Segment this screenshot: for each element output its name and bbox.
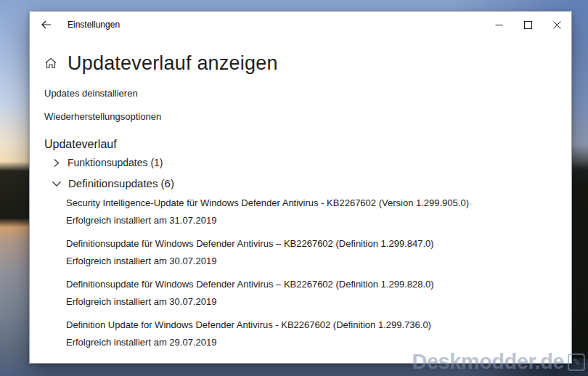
settings-window: Einstellungen [29, 11, 572, 364]
update-entry: Security Intelligence-Update für Windows… [66, 197, 557, 226]
maximize-icon [524, 21, 532, 29]
link-recovery-options[interactable]: Wiederherstellungsoptionen [44, 111, 161, 122]
maximize-button[interactable] [513, 12, 542, 38]
update-history-heading: Updateverlauf [44, 138, 557, 151]
watermark-text: Deskmodder.de [412, 350, 564, 374]
back-button[interactable] [30, 12, 63, 38]
chevron-down-icon [52, 179, 62, 189]
caption-buttons [484, 12, 571, 38]
update-title: Definitionsupdate für Windows Defender A… [66, 279, 557, 290]
group-funktionsupdates[interactable]: Funktionsupdates (1) [44, 157, 163, 168]
link-uninstall-updates[interactable]: Updates deinstallieren [44, 88, 138, 99]
update-status: Erfolgreich installiert am 30.07.2019 [66, 296, 557, 307]
update-list: Security Intelligence-Update für Windows… [44, 197, 557, 348]
close-button[interactable] [542, 12, 571, 38]
group-label: Definitionsupdates (6) [68, 177, 174, 189]
pencil-icon: ✎ [568, 353, 585, 371]
update-entry: Definitionsupdate für Windows Defender A… [66, 238, 557, 266]
close-icon [553, 21, 561, 29]
window-title: Einstellungen [68, 20, 120, 30]
page-title: Updateverlauf anzeigen [68, 52, 278, 75]
update-title: Definitionsupdate für Windows Defender A… [66, 238, 557, 249]
page-content: Updateverlauf anzeigen Updates deinstall… [30, 49, 571, 348]
update-entry: Definition Update for Windows Defender A… [66, 319, 557, 348]
update-status: Erfolgreich installiert am 30.07.2019 [66, 256, 557, 266]
minimize-button[interactable] [484, 12, 513, 38]
update-entry: Definitionsupdate für Windows Defender A… [66, 279, 557, 307]
home-icon [44, 57, 57, 70]
titlebar[interactable]: Einstellungen [30, 12, 571, 38]
group-definitionsupdates[interactable]: Definitionsupdates (6) [44, 177, 174, 189]
back-arrow-icon [41, 19, 52, 30]
minimize-icon [495, 21, 503, 29]
update-title: Security Intelligence-Update für Windows… [66, 197, 557, 208]
chevron-right-icon [52, 158, 61, 168]
page-header: Updateverlauf anzeigen [44, 49, 557, 78]
update-title: Definition Update for Windows Defender A… [66, 319, 557, 330]
group-label: Funktionsupdates (1) [68, 157, 163, 168]
update-status: Erfolgreich installiert am 31.07.2019 [66, 215, 557, 226]
deskmodder-watermark: Deskmodder.de ✎ [412, 350, 585, 374]
update-status: Erfolgreich installiert am 29.07.2019 [66, 337, 557, 348]
